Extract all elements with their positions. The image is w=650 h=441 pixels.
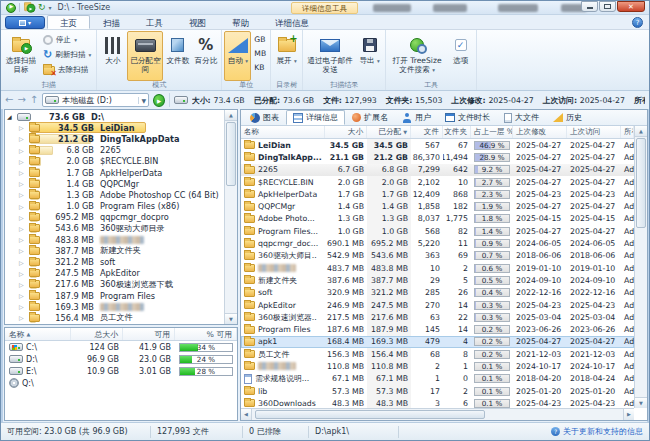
drive-row[interactable]: D:\96.9 GB23.0 GB24 %: [5, 353, 237, 365]
refresh-scan-button[interactable]: ↻ 刷新扫描▾: [40, 48, 94, 62]
go-button[interactable]: ▶: [153, 94, 165, 107]
table-row[interactable]: soft320.9 MB321.2 MB285260.4 %2022-12-16…: [241, 287, 634, 299]
table-row[interactable]: 483.7 MB483.8 MB1020.6 %2019-01-102019-0…: [241, 262, 634, 274]
tree-row[interactable]: ▷21.2 GBDingTalkAppData: [5, 133, 224, 144]
up-icon[interactable]: ↑: [30, 95, 38, 105]
collapsed-arrow-icon[interactable]: ▷: [19, 236, 29, 243]
qat-dropdown-icon[interactable]: ▾: [49, 4, 52, 11]
tree-row[interactable]: ◢73.6 GBD:\: [5, 111, 224, 122]
table-row[interactable]: DingTalkApp...21.1 GB21.2 GB86,37011,494…: [241, 151, 634, 163]
drive-row[interactable]: Q:\: [5, 377, 237, 389]
remove-scan-button[interactable]: 去除扫描: [40, 63, 94, 77]
column-header-文件[interactable]: 文件: [411, 126, 443, 138]
collapsed-arrow-icon[interactable]: ▷: [19, 214, 29, 221]
collapsed-arrow-icon[interactable]: ▷: [19, 147, 29, 154]
mode-file-count-button[interactable]: 文件数: [164, 31, 191, 81]
column-header-上次修改[interactable]: 上次修改: [513, 126, 567, 138]
collapsed-arrow-icon[interactable]: ▷: [19, 191, 29, 198]
tree-row[interactable]: ▷1.0 GBProgram Files (x86): [5, 201, 224, 212]
column-header-占上一层 %..[interactable]: 占上一层 %..: [471, 126, 513, 138]
details-tab-详细信息[interactable]: 详细信息: [286, 110, 345, 125]
open-file-search-button[interactable]: 打开 TreeSize 文件搜索 ▾: [388, 31, 446, 81]
table-row[interactable]: 110.8 MB110.8 MB210.1 %2024-10-172024-10…: [241, 360, 634, 372]
mode-size-button[interactable]: 大小: [99, 31, 126, 81]
tree-row[interactable]: ▷1.3 GBAdobe Photoshop CC (64 Bit): [5, 189, 224, 200]
table-row[interactable]: Adobe Photo...1.3 GB1.3 GB8,0371,7751.8 …: [241, 213, 634, 225]
mode-allocated-button[interactable]: 已分配空间: [127, 31, 163, 81]
application-menu-button[interactable]: ▾: [5, 16, 45, 29]
scroll-down-icon[interactable]: ▼: [635, 397, 647, 408]
details-tab-文件时长[interactable]: 文件时长: [438, 110, 497, 125]
tree-row[interactable]: ▷247.5 MBApkEditor: [5, 268, 224, 279]
collapsed-arrow-icon[interactable]: ▷: [19, 292, 29, 299]
select-scan-target-button[interactable]: 选择扫描目标: [3, 31, 39, 81]
collapsed-arrow-icon[interactable]: ▷: [19, 135, 29, 142]
tree-row[interactable]: ▷543.6 MB360驱动大师目录: [5, 223, 224, 234]
table-row[interactable]: ApkHelperData1.7 GB1.7 GB12,4098682.3 %2…: [241, 188, 634, 200]
tree-row[interactable]: ▷695.2 MBqqpcmgr_docpro: [5, 212, 224, 223]
table-row[interactable]: Program Files187.6 MB187.9 MB145140.2 %2…: [241, 323, 634, 335]
table-row[interactable]: QQPCMgr1.4 GB1.4 GB1,8581821.9 %2025-04-…: [241, 200, 634, 212]
table-row[interactable]: LeiDian34.5 GB34.5 GB5676746.9 %2025-04-…: [241, 139, 634, 151]
tree-row[interactable]: ▷156.4 MB员工文件: [5, 312, 224, 323]
help-icon[interactable]: ?: [632, 17, 643, 28]
scrollbar-thumb[interactable]: [226, 122, 236, 186]
table-row[interactable]: 360极速浏览器..217.5 MB217.6 MB63220.3 %2025-…: [241, 311, 634, 323]
details-tab-用户[interactable]: 用户: [395, 110, 438, 125]
table-row[interactable]: 360Downloads48.3 MB48.3 MB360.1 %2025-04…: [241, 397, 634, 408]
stop-scan-button[interactable]: 停止▾: [40, 33, 94, 47]
unit-mb-button[interactable]: MB: [252, 47, 268, 60]
collapsed-arrow-icon[interactable]: ▷: [19, 259, 29, 266]
details-tab-图表[interactable]: 图表: [243, 110, 286, 125]
tree-row[interactable]: ▷6.8 GB2265: [5, 145, 224, 156]
column-header-% 可用[interactable]: % 可用: [175, 328, 237, 340]
maximize-button[interactable]: [599, 1, 616, 12]
table-row[interactable]: 360驱动大师目..542.9 MB543.6 MB363690.7 %2018…: [241, 250, 634, 262]
tree-row[interactable]: ▷217.6 MB360极速浏览器下载: [5, 279, 224, 290]
context-tab-details-tools[interactable]: 详细信息工具: [291, 2, 358, 14]
collapsed-arrow-icon[interactable]: ▷: [19, 203, 29, 210]
collapsed-arrow-icon[interactable]: ▷: [19, 225, 29, 232]
tab-视图[interactable]: 视图: [176, 15, 219, 29]
drive-row[interactable]: E:\10.9 GB3.01 GB28 %: [5, 365, 237, 377]
expanded-arrow-icon[interactable]: ◢: [7, 113, 17, 120]
column-header-名称[interactable]: 名称▲: [5, 328, 71, 340]
details-horizontal-scrollbar[interactable]: ◀ ▶: [241, 408, 634, 420]
tree-row[interactable]: ▷321.2 MBsoft: [5, 256, 224, 267]
scrollbar-thumb[interactable]: [255, 410, 485, 419]
tree-row[interactable]: ▷1.4 GBQQPCMgr: [5, 178, 224, 189]
tab-帮助[interactable]: 帮助: [219, 15, 262, 29]
drive-row[interactable]: C:\124 GB41.9 GB34 %: [5, 341, 237, 353]
tree-row[interactable]: ▷2.0 GB$RECYCLE.BIN: [5, 156, 224, 167]
qat-refresh-icon[interactable]: ↻: [38, 3, 46, 12]
column-header-文件夹[interactable]: 文件夹: [443, 126, 471, 138]
back-icon[interactable]: ←: [5, 95, 13, 105]
close-button[interactable]: ✕: [617, 1, 645, 12]
table-row[interactable]: ApkEditor246.9 MB247.5 MB270140.3 %2025-…: [241, 299, 634, 311]
combo-dropdown-icon[interactable]: ▼: [138, 97, 147, 104]
qat-scan-icon[interactable]: [24, 4, 34, 11]
unit-gb-button[interactable]: GB: [252, 33, 268, 46]
scroll-down-icon[interactable]: ▼: [225, 313, 237, 324]
table-row[interactable]: apk1168.4 MB169.3 MB47940.2 %2025-04-272…: [241, 336, 634, 348]
mode-percent-button[interactable]: % 百分比: [192, 31, 219, 81]
minimize-button[interactable]: [581, 1, 598, 12]
table-row[interactable]: 员工文件156.3 MB156.4 MB6880.2 %2021-12-0320…: [241, 348, 634, 360]
tab-工具[interactable]: 工具: [133, 15, 176, 29]
location-combobox[interactable]: 本地磁盘 (D:) ▼: [42, 93, 149, 107]
tree-row[interactable]: ▷1.7 GBApkHelperData: [5, 167, 224, 178]
tree-row[interactable]: ▷187.9 MBProgram Files: [5, 290, 224, 301]
scroll-up-icon[interactable]: ▲: [225, 110, 237, 121]
column-header-名称[interactable]: 名称: [241, 126, 325, 138]
column-header-大小[interactable]: 大小: [325, 126, 367, 138]
tree-row[interactable]: ▷483.8 MB: [5, 234, 224, 245]
collapsed-arrow-icon[interactable]: ▷: [19, 270, 29, 277]
collapsed-arrow-icon[interactable]: ▷: [19, 169, 29, 176]
column-header-所有者[interactable]: 所有者: [621, 126, 634, 138]
scroll-right-icon[interactable]: ▶: [623, 409, 634, 420]
unit-auto-button[interactable]: 自动 ▾: [224, 31, 251, 81]
tab-详细信息[interactable]: 详细信息: [262, 15, 322, 29]
scroll-left-icon[interactable]: ◀: [241, 409, 252, 420]
export-button[interactable]: 导出 ▾: [356, 31, 383, 81]
tree-row[interactable]: ▷169.3 MB: [5, 301, 224, 312]
